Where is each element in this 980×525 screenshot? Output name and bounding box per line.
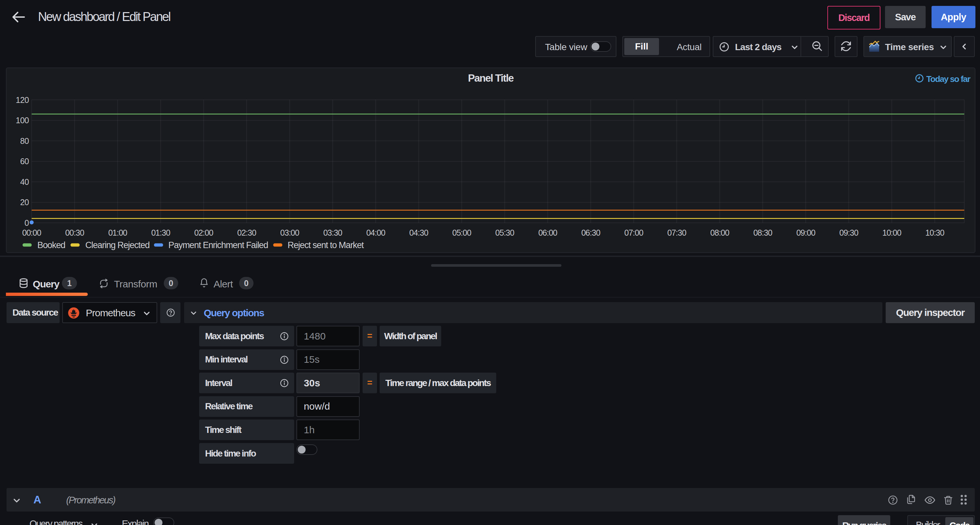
- svg-text:60: 60: [20, 156, 29, 166]
- svg-text:Payment Enrichment Failed: Payment Enrichment Failed: [169, 240, 268, 250]
- svg-text:01:00: 01:00: [108, 228, 127, 237]
- svg-text:09:00: 09:00: [796, 228, 815, 237]
- svg-text:0: 0: [25, 218, 29, 227]
- svg-text:02:00: 02:00: [194, 228, 213, 237]
- svg-text:07:00: 07:00: [624, 228, 643, 237]
- svg-text:10:00: 10:00: [882, 228, 901, 237]
- svg-text:09:30: 09:30: [840, 228, 859, 237]
- svg-text:01:30: 01:30: [151, 228, 170, 237]
- svg-text:00:30: 00:30: [65, 228, 84, 237]
- svg-text:Clearing Rejected: Clearing Rejected: [85, 240, 150, 250]
- svg-text:00:00: 00:00: [22, 228, 41, 237]
- svg-text:06:00: 06:00: [538, 228, 557, 237]
- svg-text:120: 120: [16, 95, 29, 105]
- svg-text:03:00: 03:00: [280, 228, 299, 237]
- svg-text:Reject sent to Market: Reject sent to Market: [288, 240, 364, 250]
- svg-text:08:00: 08:00: [710, 228, 729, 237]
- svg-text:04:30: 04:30: [409, 228, 428, 237]
- svg-text:08:30: 08:30: [753, 228, 772, 237]
- svg-text:07:30: 07:30: [667, 228, 686, 237]
- svg-text:Booked: Booked: [37, 240, 65, 250]
- svg-text:02:30: 02:30: [237, 228, 256, 237]
- svg-text:03:30: 03:30: [323, 228, 342, 237]
- svg-text:80: 80: [20, 136, 29, 145]
- svg-text:06:30: 06:30: [581, 228, 600, 237]
- svg-text:20: 20: [20, 198, 29, 207]
- svg-text:05:30: 05:30: [495, 228, 514, 237]
- svg-text:10:30: 10:30: [925, 228, 944, 237]
- svg-text:100: 100: [16, 116, 29, 125]
- svg-text:05:00: 05:00: [452, 228, 471, 237]
- svg-text:04:00: 04:00: [366, 228, 385, 237]
- svg-text:40: 40: [20, 177, 29, 187]
